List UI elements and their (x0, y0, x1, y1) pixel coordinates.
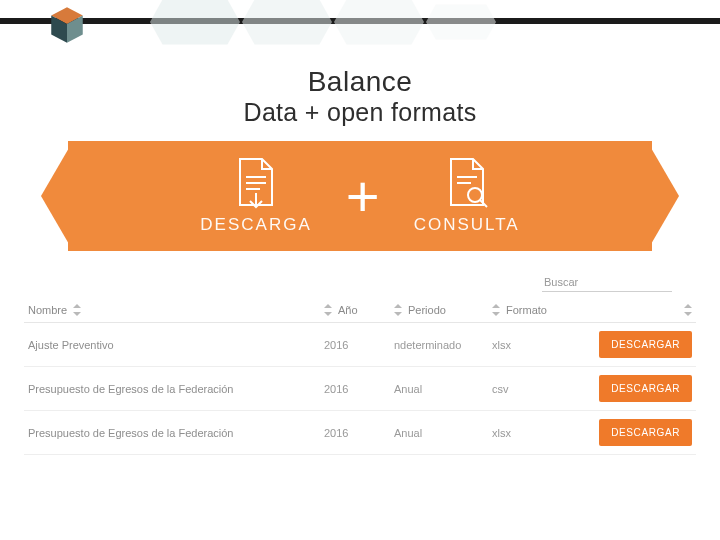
cell-ano: 2016 (324, 339, 394, 351)
sort-icon (73, 304, 81, 316)
svg-marker-5 (334, 0, 424, 45)
col-label: Año (338, 304, 358, 316)
data-table: Nombre Año Periodo Formato Ajuste Preven… (24, 298, 696, 455)
cell-formato: csv (492, 383, 582, 395)
cell-formato: xlsx (492, 427, 582, 439)
cell-nombre: Presupuesto de Egresos de la Federación (24, 427, 324, 439)
hexagon-decoration-icon (334, 0, 424, 46)
col-nombre[interactable]: Nombre (24, 304, 324, 316)
svg-marker-20 (394, 312, 402, 316)
svg-marker-15 (73, 304, 81, 308)
table-row: Presupuesto de Egresos de la Federación … (24, 367, 696, 411)
descargar-button[interactable]: DESCARGAR (599, 419, 692, 446)
svg-point-13 (468, 188, 482, 202)
col-label: Periodo (408, 304, 446, 316)
cell-nombre: Ajuste Preventivo (24, 339, 324, 351)
svg-marker-24 (684, 312, 692, 316)
search-input[interactable]: Buscar (542, 273, 672, 292)
svg-marker-6 (426, 5, 496, 40)
banner-consulta-label: CONSULTA (414, 215, 520, 235)
col-action (582, 304, 696, 316)
svg-marker-19 (394, 304, 402, 308)
svg-marker-21 (492, 304, 500, 308)
svg-marker-3 (150, 0, 240, 45)
logo-cube-icon (46, 4, 88, 46)
hexagon-decoration-icon (150, 0, 240, 46)
col-label: Nombre (28, 304, 67, 316)
banner: DESCARGA + CONSULTA (42, 141, 678, 251)
cell-ano: 2016 (324, 383, 394, 395)
banner-descarga-label: DESCARGA (200, 215, 311, 235)
svg-marker-22 (492, 312, 500, 316)
header-strip (0, 0, 720, 48)
banner-consulta[interactable]: CONSULTA (414, 157, 520, 235)
title-line-1: Balance (0, 66, 720, 98)
cell-nombre: Presupuesto de Egresos de la Federación (24, 383, 324, 395)
table-row: Ajuste Preventivo 2016 ndeterminado xlsx… (24, 323, 696, 367)
table-row: Presupuesto de Egresos de la Federación … (24, 411, 696, 455)
svg-marker-4 (242, 0, 332, 45)
sort-icon (394, 304, 402, 316)
sort-icon (492, 304, 500, 316)
col-ano[interactable]: Año (324, 304, 394, 316)
svg-marker-16 (73, 312, 81, 316)
cell-periodo: ndeterminado (394, 339, 492, 351)
cell-periodo: Anual (394, 383, 492, 395)
title-line-2: Data + open formats (0, 98, 720, 127)
hexagon-decoration-icon (242, 0, 332, 46)
sort-icon (684, 304, 692, 316)
svg-marker-17 (324, 304, 332, 308)
page-title: Balance Data + open formats (0, 66, 720, 127)
col-formato[interactable]: Formato (492, 304, 582, 316)
cell-formato: xlsx (492, 339, 582, 351)
svg-marker-18 (324, 312, 332, 316)
col-label: Formato (506, 304, 547, 316)
cell-ano: 2016 (324, 427, 394, 439)
plus-icon: + (346, 167, 380, 225)
banner-descarga[interactable]: DESCARGA (200, 157, 311, 235)
cell-periodo: Anual (394, 427, 492, 439)
table-header: Nombre Año Periodo Formato (24, 298, 696, 323)
svg-marker-23 (684, 304, 692, 308)
hexagon-decoration-icon (426, 0, 496, 46)
download-document-icon (234, 157, 278, 209)
search-document-icon (445, 157, 489, 209)
search-row: Buscar (0, 251, 720, 298)
descargar-button[interactable]: DESCARGAR (599, 331, 692, 358)
col-periodo[interactable]: Periodo (394, 304, 492, 316)
descargar-button[interactable]: DESCARGAR (599, 375, 692, 402)
sort-icon (324, 304, 332, 316)
